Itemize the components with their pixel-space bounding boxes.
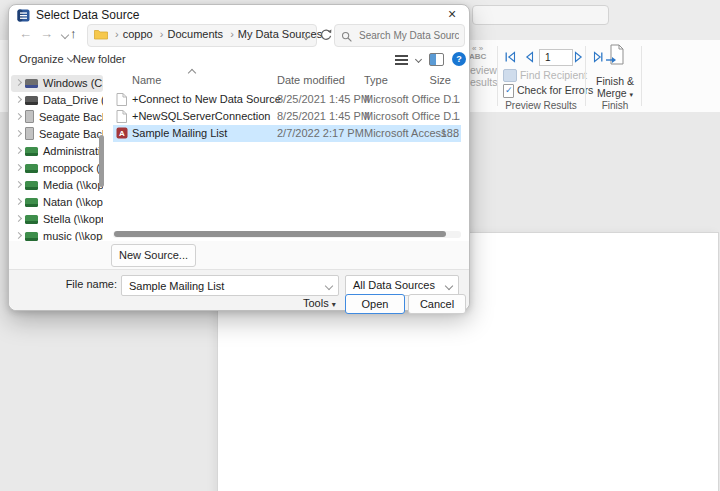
first-record-button[interactable] bbox=[503, 50, 517, 64]
open-button[interactable]: Open bbox=[345, 294, 405, 314]
close-icon[interactable]: × bbox=[443, 6, 461, 22]
dialog-navigation-row: ← → ↑ ›coppo ›Documents ›My Data Sources bbox=[9, 23, 469, 49]
sort-ascending-icon bbox=[188, 69, 196, 77]
network-drive-icon bbox=[25, 198, 38, 207]
file-list: Name Date modified Type Size +Connect to… bbox=[113, 71, 461, 241]
sidebar-item-music[interactable]: music (\\kopnas bbox=[11, 228, 103, 241]
drive-icon bbox=[25, 96, 38, 105]
search-input[interactable] bbox=[357, 26, 461, 45]
up-button[interactable]: ↑ bbox=[70, 26, 77, 41]
sidebar-item-seagate-2[interactable]: Seagate Backup bbox=[11, 126, 103, 143]
titlebar-search-box[interactable] bbox=[472, 5, 609, 25]
file-row-new-sql-server-connection[interactable]: +NewSQLServerConnection 8/25/2021 1:45 P… bbox=[113, 108, 461, 125]
find-recipient-icon bbox=[503, 69, 517, 82]
column-header-name[interactable]: Name bbox=[132, 74, 161, 86]
sidebar-item-natan[interactable]: Natan (\\kopnas bbox=[11, 194, 103, 211]
external-drive-icon bbox=[25, 110, 34, 123]
folder-icon bbox=[94, 29, 108, 42]
network-drive-icon bbox=[25, 164, 38, 173]
sidebar-item-administrative[interactable]: Administrative (\ bbox=[11, 143, 103, 160]
new-folder-button[interactable]: New folder bbox=[73, 53, 126, 65]
previous-record-button[interactable] bbox=[522, 50, 536, 64]
refresh-icon[interactable] bbox=[319, 27, 332, 45]
file-name-dropdown-chevron-icon[interactable] bbox=[325, 282, 333, 290]
new-source-strip: New Source... bbox=[9, 241, 469, 269]
network-drive-icon bbox=[25, 181, 38, 190]
breadcrumb-segment[interactable]: coppo bbox=[123, 28, 153, 40]
organize-button[interactable]: Organize bbox=[19, 53, 74, 65]
svg-text:A: A bbox=[119, 129, 125, 138]
file-type-chevron-icon bbox=[445, 282, 453, 290]
network-drive-icon bbox=[25, 147, 38, 156]
file-row-sample-mailing-list[interactable]: A Sample Mailing List 2/7/2022 2:17 PM M… bbox=[113, 125, 461, 142]
address-bar[interactable]: ›coppo ›Documents ›My Data Sources bbox=[87, 24, 317, 47]
sidebar-item-stella[interactable]: Stella (\\kopnas) bbox=[11, 211, 103, 228]
navigation-pane: Windows (C:) Data_Drive (D:) Seagate Bac… bbox=[9, 71, 106, 241]
dialog-footer: File name: All Data Sources Tools ▾ Open… bbox=[9, 269, 469, 310]
ribbon-group-divider bbox=[497, 46, 498, 106]
horizontal-scrollbar[interactable] bbox=[113, 231, 461, 238]
network-drive-icon bbox=[25, 232, 38, 241]
check-errors-icon: ✓ bbox=[503, 84, 514, 98]
dialog-body: Windows (C:) Data_Drive (D:) Seagate Bac… bbox=[9, 71, 469, 241]
file-row-connect-new-data-source[interactable]: +Connect to New Data Source 8/25/2021 1:… bbox=[113, 91, 461, 108]
preview-pane-icon[interactable] bbox=[429, 53, 444, 66]
search-box[interactable] bbox=[334, 24, 465, 47]
go-to-record-input[interactable]: 1 bbox=[539, 49, 573, 66]
sidebar-item-media[interactable]: Media (\\kopnas bbox=[11, 177, 103, 194]
column-header-type[interactable]: Type bbox=[364, 74, 388, 86]
ribbon-group-divider bbox=[641, 46, 642, 106]
sidebar-item-mcoppock[interactable]: mcoppock (\\kop bbox=[11, 160, 103, 177]
sidebar-scrollbar[interactable] bbox=[99, 135, 104, 187]
screen: « » ABC eview esults 1 Find Recipient ✓ … bbox=[0, 0, 720, 491]
file-name-field[interactable] bbox=[121, 275, 339, 296]
ribbon-group-divider bbox=[585, 46, 586, 106]
preview-results-group-label: Preview Results bbox=[497, 100, 585, 111]
select-data-source-dialog: Select Data Source × ← → ↑ ›coppo ›Docum… bbox=[8, 4, 470, 311]
column-header-size[interactable]: Size bbox=[430, 74, 451, 86]
find-recipient-button[interactable]: Find Recipient bbox=[503, 69, 587, 82]
forward-button[interactable]: → bbox=[40, 26, 53, 41]
finish-group-label: Finish bbox=[588, 100, 642, 111]
horizontal-scrollbar-thumb[interactable] bbox=[114, 231, 446, 237]
file-name-label: File name: bbox=[49, 278, 117, 290]
next-record-button[interactable] bbox=[572, 50, 586, 64]
view-options-button[interactable] bbox=[395, 53, 421, 71]
list-view-icon bbox=[395, 55, 408, 67]
search-icon bbox=[341, 29, 353, 47]
file-type-select[interactable]: All Data Sources bbox=[345, 275, 459, 296]
sidebar-item-seagate-1[interactable]: Seagate Backup bbox=[11, 109, 103, 126]
recent-locations-chevron-icon[interactable] bbox=[61, 31, 69, 39]
sidebar-item-windows-c[interactable]: Windows (C:) bbox=[11, 75, 103, 92]
preview-results-icon-fragment: « » ABC bbox=[469, 45, 486, 61]
check-for-errors-button[interactable]: ✓ Check for Errors bbox=[503, 84, 593, 98]
dialog-toolbar: Organize New folder ? bbox=[9, 49, 469, 71]
breadcrumb-segment[interactable]: Documents bbox=[167, 28, 223, 40]
new-source-button[interactable]: New Source... bbox=[111, 244, 196, 267]
dialog-title: Select Data Source bbox=[36, 8, 139, 22]
sidebar-item-data-drive[interactable]: Data_Drive (D:) bbox=[11, 92, 103, 109]
preview-results-button-fragment[interactable]: eview esults bbox=[470, 64, 497, 88]
cancel-button[interactable]: Cancel bbox=[408, 294, 466, 314]
drive-icon bbox=[25, 79, 38, 88]
external-drive-icon bbox=[25, 127, 34, 140]
finish-and-merge-button[interactable]: Finish &Merge ▾ bbox=[588, 44, 642, 100]
network-drive-icon bbox=[25, 215, 38, 224]
back-button[interactable]: ← bbox=[19, 26, 32, 41]
access-file-icon: A bbox=[116, 127, 128, 144]
tools-button[interactable]: Tools ▾ bbox=[303, 297, 336, 309]
file-name-input[interactable] bbox=[127, 277, 321, 294]
finish-merge-icon bbox=[605, 54, 625, 71]
dialog-titlebar[interactable]: Select Data Source × bbox=[9, 5, 469, 23]
help-icon[interactable]: ? bbox=[452, 52, 466, 66]
breadcrumb-segment[interactable]: My Data Sources bbox=[238, 28, 322, 40]
column-headers: Name Date modified Type Size bbox=[113, 71, 461, 89]
column-header-date-modified[interactable]: Date modified bbox=[277, 74, 345, 86]
